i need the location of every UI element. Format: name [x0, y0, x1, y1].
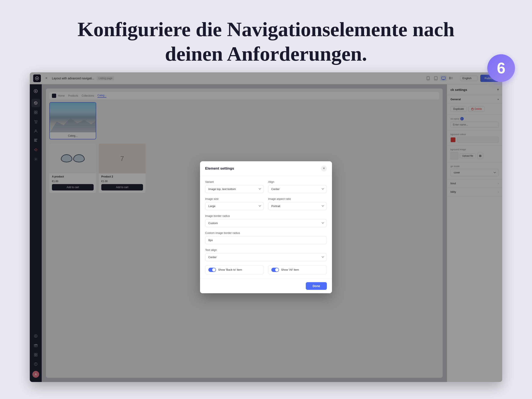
align-group: Align Center [268, 180, 327, 193]
app-window: × Layout with advanced navigati... Listi… [30, 72, 502, 382]
show-back-toggle-field: Show 'Back to' item [205, 265, 264, 274]
show-all-toggle-field: Show 'All' item [268, 265, 327, 274]
variant-group: Variant Image top, text bottom [205, 180, 264, 193]
element-settings-modal: Element settings × Variant Image top, te… [200, 161, 332, 293]
variant-label: Variant [205, 180, 264, 184]
text-align-label: Text align [205, 248, 327, 252]
show-all-label: Show 'All' item [281, 268, 299, 271]
modal-overlay: Element settings × Variant Image top, te… [30, 72, 502, 382]
custom-border-radius-input[interactable] [205, 236, 327, 244]
hero-section: Konfiguriere die Navigationselemente nac… [0, 0, 532, 79]
text-align-select[interactable]: Center [205, 253, 327, 261]
align-label: Align [268, 180, 327, 184]
variant-align-row: Variant Image top, text bottom Align Cen… [205, 180, 327, 193]
modal-close-button[interactable]: × [321, 165, 327, 171]
show-back-label: Show 'Back to' item [218, 268, 242, 271]
hero-title: Konfiguriere die Navigationselemente nac… [0, 17, 532, 66]
done-button[interactable]: Done [306, 282, 327, 290]
modal-footer: Done [200, 279, 332, 293]
show-all-toggle[interactable] [271, 268, 279, 272]
modal-title: Element settings [205, 166, 234, 171]
align-select[interactable]: Center [268, 185, 327, 193]
aspect-ratio-select[interactable]: Portrait [268, 202, 327, 210]
show-back-toggle[interactable] [208, 268, 216, 272]
image-size-group: Image size Large [205, 197, 264, 210]
aspect-ratio-group: Image aspect ratio Portrait [268, 197, 327, 210]
variant-select[interactable]: Image top, text bottom [205, 185, 264, 193]
image-size-select[interactable]: Large [205, 202, 264, 210]
custom-border-radius-group: Custom image border radius [205, 231, 327, 244]
border-radius-label: Image border radius [205, 214, 327, 217]
border-radius-select[interactable]: Custom [205, 219, 327, 227]
text-align-group: Text align Center [205, 248, 327, 261]
modal-header: Element settings × [200, 161, 332, 176]
image-size-label: Image size [205, 197, 264, 200]
border-radius-group: Image border radius Custom [205, 214, 327, 227]
toggle-row: Show 'Back to' item Show 'All' item [205, 265, 327, 274]
step-badge: 6 [487, 54, 515, 82]
custom-border-radius-label: Custom image border radius [205, 231, 327, 234]
image-size-row: Image size Large Image aspect ratio Port… [205, 197, 327, 210]
border-radius-row: Image border radius Custom [205, 214, 327, 227]
aspect-ratio-label: Image aspect ratio [268, 197, 327, 200]
modal-body: Variant Image top, text bottom Align Cen… [200, 176, 332, 293]
